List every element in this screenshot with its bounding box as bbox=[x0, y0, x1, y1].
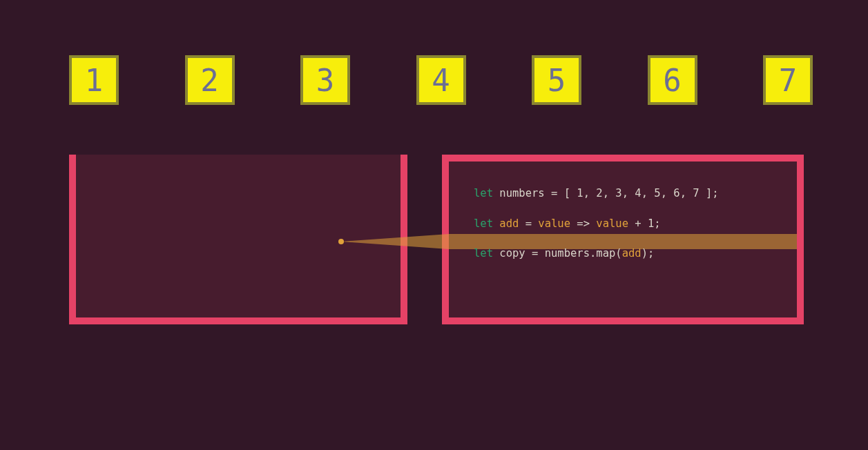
var-copy: copy bbox=[499, 247, 525, 260]
keyword-let: let bbox=[474, 247, 493, 260]
code-line-1: let numbers = [ 1, 2, 3, 4, 5, 6, 7 ]; bbox=[474, 186, 779, 202]
number-box-4: 4 bbox=[416, 55, 466, 105]
number-box-7: 7 bbox=[763, 55, 813, 105]
numbers-row: 1 2 3 4 5 6 7 bbox=[69, 55, 813, 105]
number-box-2: 2 bbox=[185, 55, 235, 105]
param-value: value bbox=[538, 217, 570, 230]
var-add: add bbox=[499, 217, 519, 230]
keyword-let: let bbox=[474, 217, 493, 230]
arrow: => bbox=[570, 217, 596, 230]
punct-open: = [ bbox=[545, 187, 577, 199]
array-values: 1, 2, 3, 4, 5, 6, 7 bbox=[577, 187, 699, 199]
number-box-1: 1 bbox=[69, 55, 119, 105]
number-box-3: 3 bbox=[300, 55, 350, 105]
output-panel bbox=[69, 155, 407, 324]
param-value-use: value bbox=[596, 217, 628, 230]
arg-add: add bbox=[622, 247, 642, 260]
code-line-2: let add = value => value + 1; bbox=[474, 217, 779, 232]
call-close: ); bbox=[642, 247, 655, 260]
number-box-6: 6 bbox=[648, 55, 697, 105]
call-open: = numbers.map( bbox=[525, 247, 622, 260]
keyword-let: let bbox=[474, 187, 493, 199]
number-box-5: 5 bbox=[532, 55, 581, 105]
punct-eq: = bbox=[519, 217, 538, 230]
code-line-3: let copy = numbers.map(add); bbox=[474, 246, 779, 262]
var-numbers: numbers bbox=[499, 187, 544, 199]
expr-rest: + 1; bbox=[628, 217, 661, 230]
punct-close: ]; bbox=[700, 187, 719, 199]
